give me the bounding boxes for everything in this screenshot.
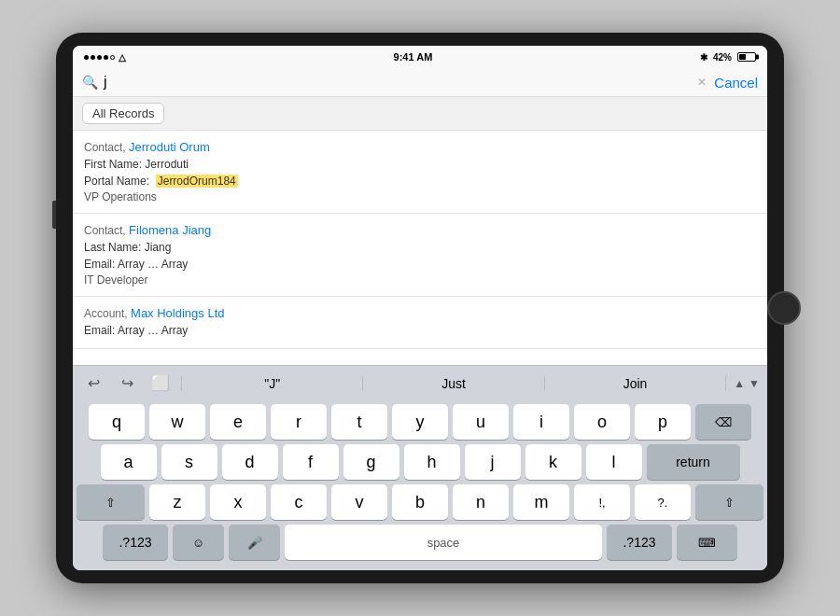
undo-icon[interactable]: ↩ bbox=[80, 371, 106, 397]
shift-key-right[interactable]: ⇧ bbox=[695, 484, 763, 520]
battery-bar bbox=[737, 52, 756, 62]
list-item[interactable]: Contact, Filomena Jiang Last Name: Jiang… bbox=[73, 214, 767, 297]
mic-key[interactable]: 🎤 bbox=[229, 525, 280, 560]
keyboard-row-2: a s d f g h j k l return bbox=[77, 444, 763, 480]
search-field[interactable]: 🔍 j bbox=[82, 74, 690, 91]
screen: △ 9:41 AM ✱ 42% 🔍 j ✕ Cancel bbox=[73, 46, 767, 570]
battery-fill bbox=[739, 54, 746, 60]
list-item[interactable]: Account, Max Holdings Ltd Email: Array …… bbox=[73, 297, 767, 349]
side-button bbox=[52, 201, 56, 229]
suggestion-join[interactable]: Join bbox=[545, 376, 726, 391]
status-bar: △ 9:41 AM ✱ 42% bbox=[73, 46, 767, 68]
result-detail-1: Portal Name: JerrodOrum184 bbox=[84, 173, 756, 189]
keyboard-nav-buttons: ▲ ▼ bbox=[726, 377, 767, 390]
redo-icon[interactable]: ↪ bbox=[114, 371, 140, 397]
home-button[interactable] bbox=[767, 291, 801, 325]
key-w[interactable]: w bbox=[149, 404, 205, 440]
key-c[interactable]: c bbox=[271, 484, 327, 520]
result-type: Account, Max Holdings Ltd bbox=[84, 306, 756, 320]
key-y[interactable]: y bbox=[392, 404, 448, 440]
result-detail-0: Last Name: Jiang bbox=[84, 239, 756, 256]
key-m[interactable]: m bbox=[513, 484, 569, 520]
keyboard-row-1: q w e r t y u i o p ⌫ bbox=[77, 404, 763, 440]
key-a[interactable]: a bbox=[101, 444, 157, 480]
battery-indicator bbox=[737, 52, 756, 62]
key-h[interactable]: h bbox=[404, 444, 460, 480]
status-right: ✱ 42% bbox=[700, 52, 756, 63]
key-k[interactable]: k bbox=[525, 444, 581, 480]
nav-down-icon[interactable]: ▼ bbox=[749, 377, 760, 390]
battery-percent: 42% bbox=[713, 52, 732, 63]
numeric-key-right[interactable]: .?123 bbox=[607, 525, 672, 560]
key-d[interactable]: d bbox=[222, 444, 278, 480]
key-u[interactable]: u bbox=[453, 404, 509, 440]
result-role: VP Operations bbox=[84, 190, 756, 203]
suggestion-just[interactable]: Just bbox=[363, 376, 544, 391]
key-q[interactable]: q bbox=[89, 404, 145, 440]
dot3 bbox=[97, 55, 102, 60]
result-detail-0: First Name: Jerroduti bbox=[84, 156, 756, 173]
results-list: Contact, Jerroduti Orum First Name: Jerr… bbox=[73, 131, 767, 365]
suggestion-j[interactable]: "J" bbox=[181, 376, 363, 391]
dot4 bbox=[104, 55, 108, 60]
status-time: 9:41 AM bbox=[394, 51, 433, 63]
result-detail-1: Email: Array … Array bbox=[84, 256, 756, 273]
key-z[interactable]: z bbox=[149, 484, 205, 520]
key-x[interactable]: x bbox=[210, 484, 266, 520]
keyboard: q w e r t y u i o p ⌫ a s d f g h j bbox=[73, 400, 767, 570]
result-name-link[interactable]: Filomena Jiang bbox=[129, 223, 211, 237]
key-g[interactable]: g bbox=[343, 444, 399, 480]
keyboard-word-suggestions: "J" Just Join bbox=[181, 376, 726, 391]
key-o[interactable]: o bbox=[574, 404, 630, 440]
dot1 bbox=[84, 55, 89, 60]
delete-key[interactable]: ⌫ bbox=[695, 404, 751, 440]
hide-keyboard-key[interactable]: ⌨ bbox=[677, 525, 737, 560]
key-l[interactable]: l bbox=[586, 444, 642, 480]
key-exclaim-comma[interactable]: !, bbox=[574, 484, 630, 520]
status-left: △ bbox=[84, 52, 126, 63]
key-s[interactable]: s bbox=[161, 444, 217, 480]
key-question-period[interactable]: ?. bbox=[635, 484, 691, 520]
dot5 bbox=[110, 55, 115, 60]
signal-dots bbox=[84, 55, 115, 60]
result-type: Contact, Jerroduti Orum bbox=[84, 140, 756, 154]
keyboard-row-3: ⇧ z x c v b n m !, ?. ⇧ bbox=[77, 484, 763, 520]
shift-key[interactable]: ⇧ bbox=[77, 484, 145, 520]
bluetooth-icon: ✱ bbox=[700, 52, 707, 63]
search-icon: 🔍 bbox=[82, 75, 98, 90]
key-v[interactable]: v bbox=[331, 484, 387, 520]
key-j[interactable]: j bbox=[465, 444, 521, 480]
result-detail-0: Email: Array … Array bbox=[84, 322, 756, 339]
key-t[interactable]: t bbox=[331, 404, 387, 440]
key-f[interactable]: f bbox=[283, 444, 339, 480]
paste-icon[interactable]: ⬜ bbox=[147, 371, 174, 397]
search-input-text[interactable]: j bbox=[104, 74, 690, 91]
result-name-link[interactable]: Max Holdings Ltd bbox=[131, 306, 224, 320]
keyboard-action-buttons: ↩ ↪ ⬜ bbox=[73, 371, 181, 397]
emoji-key[interactable]: ☺ bbox=[173, 525, 224, 560]
key-p[interactable]: p bbox=[635, 404, 691, 440]
keyboard-suggestions-bar: ↩ ↪ ⬜ "J" Just Join ▲ ▼ bbox=[73, 365, 767, 400]
list-item[interactable]: Contact, Jerroduti Orum First Name: Jerr… bbox=[73, 131, 767, 214]
key-r[interactable]: r bbox=[271, 404, 327, 440]
result-type: Contact, Filomena Jiang bbox=[84, 223, 756, 237]
result-name-link[interactable]: Jerroduti Orum bbox=[129, 140, 210, 154]
filter-bar: All Records bbox=[73, 97, 767, 131]
dot2 bbox=[91, 55, 95, 60]
wifi-icon: △ bbox=[119, 52, 126, 63]
key-b[interactable]: b bbox=[392, 484, 448, 520]
nav-up-icon[interactable]: ▲ bbox=[734, 377, 745, 390]
keyboard-row-4: .?123 ☺ 🎤 space .?123 ⌨ bbox=[77, 525, 763, 560]
tablet-device: △ 9:41 AM ✱ 42% 🔍 j ✕ Cancel bbox=[56, 33, 784, 583]
portal-name-highlight: JerrodOrum184 bbox=[156, 175, 238, 188]
key-e[interactable]: e bbox=[210, 404, 266, 440]
space-key[interactable]: space bbox=[285, 525, 602, 560]
all-records-filter-button[interactable]: All Records bbox=[82, 103, 164, 124]
search-clear-icon[interactable]: ✕ bbox=[697, 76, 707, 89]
search-bar: 🔍 j ✕ Cancel bbox=[73, 68, 767, 97]
return-key[interactable]: return bbox=[647, 444, 740, 480]
numeric-key-left[interactable]: .?123 bbox=[103, 525, 168, 560]
cancel-button[interactable]: Cancel bbox=[714, 75, 758, 91]
key-n[interactable]: n bbox=[453, 484, 509, 520]
key-i[interactable]: i bbox=[513, 404, 569, 440]
